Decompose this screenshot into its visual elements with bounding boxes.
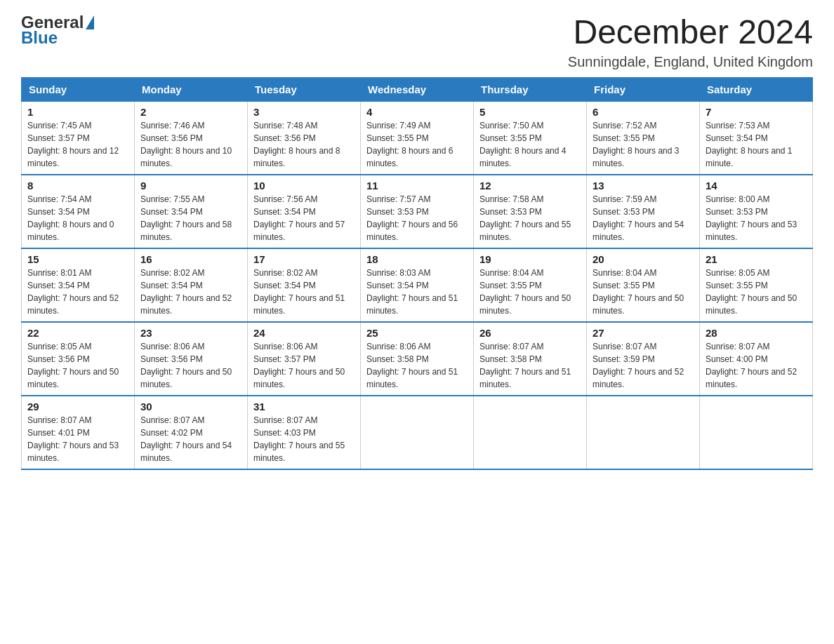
day-number: 3 [253, 106, 355, 118]
day-number: 5 [479, 106, 581, 118]
logo-text-blue: Blue [21, 29, 131, 46]
day-info: Sunrise: 8:04 AMSunset: 3:55 PMDaylight:… [479, 268, 571, 316]
day-number: 2 [140, 106, 241, 118]
day-info: Sunrise: 7:52 AMSunset: 3:55 PMDaylight:… [593, 121, 679, 168]
day-cell: 25 Sunrise: 8:06 AMSunset: 3:58 PMDaylig… [361, 322, 474, 396]
calendar-table: Sunday Monday Tuesday Wednesday Thursday… [21, 77, 813, 470]
day-info: Sunrise: 8:02 AMSunset: 3:54 PMDaylight:… [140, 268, 232, 316]
day-cell: 6 Sunrise: 7:52 AMSunset: 3:55 PMDayligh… [587, 101, 700, 175]
day-info: Sunrise: 7:58 AMSunset: 3:53 PMDaylight:… [479, 194, 571, 242]
day-cell: 5 Sunrise: 7:50 AMSunset: 3:55 PMDayligh… [474, 101, 587, 175]
week-row-2: 8 Sunrise: 7:54 AMSunset: 3:54 PMDayligh… [22, 175, 813, 248]
col-monday: Monday [135, 77, 248, 101]
day-info: Sunrise: 8:07 AMSunset: 4:00 PMDaylight:… [706, 342, 797, 389]
day-number: 19 [479, 253, 581, 265]
day-cell: 28 Sunrise: 8:07 AMSunset: 4:00 PMDaylig… [700, 322, 813, 396]
day-cell: 23 Sunrise: 8:06 AMSunset: 3:56 PMDaylig… [135, 322, 248, 396]
day-cell: 11 Sunrise: 7:57 AMSunset: 3:53 PMDaylig… [361, 175, 474, 248]
day-info: Sunrise: 8:00 AMSunset: 3:53 PMDaylight:… [706, 194, 797, 242]
header-row: Sunday Monday Tuesday Wednesday Thursday… [22, 77, 813, 101]
day-info: Sunrise: 7:48 AMSunset: 3:56 PMDaylight:… [253, 121, 340, 168]
day-cell: 2 Sunrise: 7:46 AMSunset: 3:56 PMDayligh… [135, 101, 248, 175]
day-number: 9 [140, 180, 241, 192]
col-saturday: Saturday [700, 77, 813, 101]
day-cell: 21 Sunrise: 8:05 AMSunset: 3:55 PMDaylig… [700, 248, 813, 322]
day-info: Sunrise: 7:59 AMSunset: 3:53 PMDaylight:… [593, 194, 684, 242]
day-number: 8 [27, 180, 128, 192]
day-cell: 27 Sunrise: 8:07 AMSunset: 3:59 PMDaylig… [587, 322, 700, 396]
day-number: 18 [366, 253, 468, 265]
day-number: 27 [593, 327, 694, 339]
day-info: Sunrise: 8:02 AMSunset: 3:54 PMDaylight:… [253, 268, 345, 316]
day-number: 16 [140, 253, 241, 265]
day-cell: 31 Sunrise: 8:07 AMSunset: 4:03 PMDaylig… [248, 396, 361, 469]
day-cell: 10 Sunrise: 7:56 AMSunset: 3:54 PMDaylig… [248, 175, 361, 248]
logo: General Blue [21, 14, 131, 46]
calendar-subtitle: Sunningdale, England, United Kingdom [568, 54, 813, 70]
day-info: Sunrise: 8:01 AMSunset: 3:54 PMDaylight:… [27, 268, 119, 316]
day-number: 17 [253, 253, 355, 265]
day-info: Sunrise: 8:05 AMSunset: 3:56 PMDaylight:… [27, 342, 119, 389]
day-cell: 17 Sunrise: 8:02 AMSunset: 3:54 PMDaylig… [248, 248, 361, 322]
week-row-4: 22 Sunrise: 8:05 AMSunset: 3:56 PMDaylig… [22, 322, 813, 396]
week-row-3: 15 Sunrise: 8:01 AMSunset: 3:54 PMDaylig… [22, 248, 813, 322]
day-number: 13 [593, 180, 694, 192]
calendar-title: December 2024 [568, 14, 813, 51]
day-info: Sunrise: 8:07 AMSunset: 3:59 PMDaylight:… [593, 342, 684, 389]
calendar-header: Sunday Monday Tuesday Wednesday Thursday… [22, 77, 813, 101]
day-info: Sunrise: 7:56 AMSunset: 3:54 PMDaylight:… [253, 194, 345, 242]
day-number: 30 [140, 401, 241, 412]
day-info: Sunrise: 7:57 AMSunset: 3:53 PMDaylight:… [366, 194, 458, 242]
day-cell: 15 Sunrise: 8:01 AMSunset: 3:54 PMDaylig… [22, 248, 135, 322]
day-info: Sunrise: 7:55 AMSunset: 3:54 PMDaylight:… [140, 194, 232, 242]
day-info: Sunrise: 7:54 AMSunset: 3:54 PMDaylight:… [27, 194, 114, 242]
day-info: Sunrise: 8:07 AMSunset: 4:03 PMDaylight:… [253, 415, 345, 463]
col-sunday: Sunday [22, 77, 135, 101]
day-info: Sunrise: 8:06 AMSunset: 3:57 PMDaylight:… [253, 342, 345, 389]
day-number: 10 [253, 180, 355, 192]
day-number: 12 [479, 180, 581, 192]
day-number: 7 [706, 106, 807, 118]
day-number: 15 [27, 253, 128, 265]
day-number: 11 [366, 180, 468, 192]
day-cell: 29 Sunrise: 8:07 AMSunset: 4:01 PMDaylig… [22, 396, 135, 469]
day-info: Sunrise: 8:07 AMSunset: 4:02 PMDaylight:… [140, 415, 232, 463]
day-info: Sunrise: 8:05 AMSunset: 3:55 PMDaylight:… [706, 268, 797, 316]
col-tuesday: Tuesday [248, 77, 361, 101]
day-number: 24 [253, 327, 355, 339]
day-cell: 13 Sunrise: 7:59 AMSunset: 3:53 PMDaylig… [587, 175, 700, 248]
day-cell: 22 Sunrise: 8:05 AMSunset: 3:56 PMDaylig… [22, 322, 135, 396]
day-cell: 30 Sunrise: 8:07 AMSunset: 4:02 PMDaylig… [135, 396, 248, 469]
day-number: 1 [27, 106, 128, 118]
day-info: Sunrise: 7:50 AMSunset: 3:55 PMDaylight:… [479, 121, 566, 168]
day-cell: 18 Sunrise: 8:03 AMSunset: 3:54 PMDaylig… [361, 248, 474, 322]
col-thursday: Thursday [474, 77, 587, 101]
week-row-5: 29 Sunrise: 8:07 AMSunset: 4:01 PMDaylig… [22, 396, 813, 469]
day-info: Sunrise: 7:49 AMSunset: 3:55 PMDaylight:… [366, 121, 453, 168]
day-info: Sunrise: 8:07 AMSunset: 4:01 PMDaylight:… [27, 415, 119, 463]
day-cell: 16 Sunrise: 8:02 AMSunset: 3:54 PMDaylig… [135, 248, 248, 322]
day-cell: 1 Sunrise: 7:45 AMSunset: 3:57 PMDayligh… [22, 101, 135, 175]
day-number: 23 [140, 327, 241, 339]
day-cell: 7 Sunrise: 7:53 AMSunset: 3:54 PMDayligh… [700, 101, 813, 175]
day-info: Sunrise: 8:03 AMSunset: 3:54 PMDaylight:… [366, 268, 458, 316]
logo-triangle-icon [86, 15, 94, 29]
day-cell: 12 Sunrise: 7:58 AMSunset: 3:53 PMDaylig… [474, 175, 587, 248]
day-info: Sunrise: 7:46 AMSunset: 3:56 PMDaylight:… [140, 121, 232, 168]
day-number: 28 [706, 327, 807, 339]
day-number: 4 [366, 106, 468, 118]
day-cell: 3 Sunrise: 7:48 AMSunset: 3:56 PMDayligh… [248, 101, 361, 175]
day-number: 21 [706, 253, 807, 265]
day-cell [587, 396, 700, 469]
day-number: 29 [27, 401, 128, 412]
day-number: 14 [706, 180, 807, 192]
day-number: 20 [593, 253, 694, 265]
col-wednesday: Wednesday [361, 77, 474, 101]
day-info: Sunrise: 8:06 AMSunset: 3:56 PMDaylight:… [140, 342, 232, 389]
day-info: Sunrise: 7:53 AMSunset: 3:54 PMDaylight:… [706, 121, 792, 168]
day-cell: 24 Sunrise: 8:06 AMSunset: 3:57 PMDaylig… [248, 322, 361, 396]
day-info: Sunrise: 8:04 AMSunset: 3:55 PMDaylight:… [593, 268, 684, 316]
day-cell: 26 Sunrise: 8:07 AMSunset: 3:58 PMDaylig… [474, 322, 587, 396]
day-number: 25 [366, 327, 468, 339]
day-cell: 14 Sunrise: 8:00 AMSunset: 3:53 PMDaylig… [700, 175, 813, 248]
